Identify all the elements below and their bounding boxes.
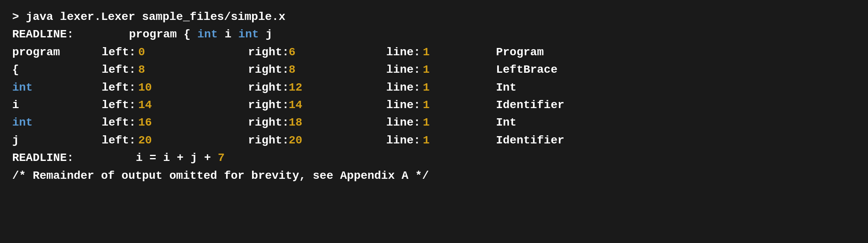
line-value: 1 [423,43,496,61]
right-label: right: [248,79,289,96]
readline2-number: 7 [218,149,225,167]
table-row: jleft: 20right: 20line: 1Identifier [12,132,856,149]
right-label: right: [248,132,289,149]
line-value: 1 [423,132,496,149]
command-text: > java lexer.Lexer sample_files/simple.x [12,8,285,26]
right-label: right: [248,96,289,114]
left-value: 20 [138,132,248,149]
line-label: line: [386,61,423,78]
left-label: left: [102,96,138,114]
right-value: 6 [289,43,386,61]
right-label: right: [248,114,289,131]
table-row: ileft: 14right: 14line: 1Identifier [12,96,856,114]
left-value: 0 [138,43,248,61]
line-label: line: [386,96,423,114]
readline2-content: i = i + j + [102,149,218,167]
readline1-program: program { [102,26,197,43]
left-label: left: [102,132,138,149]
line-label: line: [386,132,423,149]
right-label: right: [248,43,289,61]
type-value: Program [496,43,544,61]
command-line: > java lexer.Lexer sample_files/simple.x [12,8,856,26]
line-value: 1 [423,79,496,96]
comment-text: /* Remainder of output omitted for brevi… [12,167,429,184]
left-value: 14 [138,96,248,114]
right-value: 20 [289,132,386,149]
token-value: j [12,132,102,149]
token-value: program [12,43,102,61]
table-row: {left: 8right: 8line: 1LeftBrace [12,61,856,78]
left-label: left: [102,114,138,131]
left-value: 16 [138,114,248,131]
token-table: programleft: 0right: 6line: 1Program{lef… [12,43,856,149]
right-value: 18 [289,114,386,131]
right-value: 12 [289,79,386,96]
left-label: left: [102,79,138,96]
terminal: > java lexer.Lexer sample_files/simple.x… [12,8,856,184]
right-label: right: [248,61,289,78]
type-value: LeftBrace [496,61,557,78]
token-value: int [12,114,102,131]
readline1-int2: int [238,26,259,43]
readline1-i: i [218,26,238,43]
left-label: left: [102,61,138,78]
right-value: 8 [289,61,386,78]
line-label: line: [386,79,423,96]
right-value: 14 [289,96,386,114]
token-value: { [12,61,102,78]
comment-line: /* Remainder of output omitted for brevi… [12,167,856,184]
readline1-label: READLINE: [12,26,102,43]
readline1-j: j [259,26,273,43]
type-value: Identifier [496,96,564,114]
table-row: intleft: 10right: 12line: 1Int [12,79,856,96]
token-value: i [12,96,102,114]
line-value: 1 [423,96,496,114]
line-value: 1 [423,61,496,78]
readline1-int1: int [197,26,218,43]
table-row: programleft: 0right: 6line: 1Program [12,43,856,61]
type-value: Int [496,114,516,131]
left-value: 8 [138,61,248,78]
left-value: 10 [138,79,248,96]
readline2-line: READLINE: i = i + j + 7 [12,149,856,167]
left-label: left: [102,43,138,61]
token-value: int [12,79,102,96]
line-value: 1 [423,114,496,131]
type-value: Identifier [496,132,564,149]
readline2-label: READLINE: [12,149,102,167]
table-row: intleft: 16right: 18line: 1Int [12,114,856,131]
line-label: line: [386,43,423,61]
type-value: Int [496,79,516,96]
readline1-line: READLINE: program { int i int j [12,26,856,43]
line-label: line: [386,114,423,131]
